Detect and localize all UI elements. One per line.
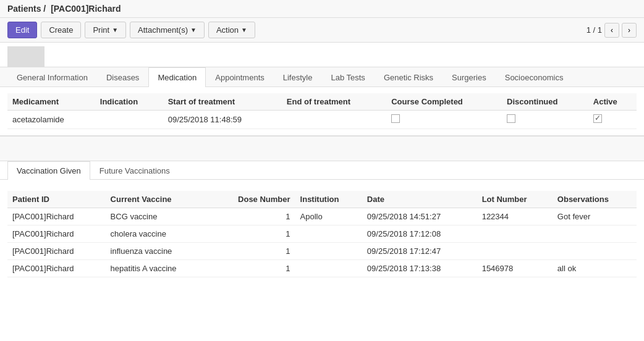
checkbox-display bbox=[507, 114, 515, 123]
prev-page-button[interactable]: ‹ bbox=[604, 23, 619, 38]
vaccination-table-header-row: Patient ID Current Vaccine Dose Number I… bbox=[7, 191, 637, 208]
cell-text: 09/25/2018 17:12:08 bbox=[362, 225, 477, 243]
tab-general-information[interactable]: General Information bbox=[7, 67, 97, 87]
breadcrumb-patient: [PAC001]Richard bbox=[51, 4, 121, 14]
print-arrow-icon: ▼ bbox=[112, 27, 118, 33]
checkbox-display bbox=[391, 114, 400, 123]
tab-socioeconomics[interactable]: Socioeconomics bbox=[496, 67, 573, 87]
edit-button[interactable]: Edit bbox=[7, 22, 37, 38]
cell-text: 1 bbox=[210, 260, 295, 277]
tab-lab-tests[interactable]: Lab Tests bbox=[321, 67, 374, 87]
tab-appointments[interactable]: Appointments bbox=[206, 67, 274, 87]
cell-text: 09/25/2018 17:12:47 bbox=[362, 243, 477, 260]
tab-medication[interactable]: Medication bbox=[148, 67, 206, 87]
table-row: acetazolamide09/25/2018 11:48:59 bbox=[7, 111, 637, 129]
cell-text bbox=[553, 225, 637, 243]
sub-tab-vaccination-given[interactable]: Vaccination Given bbox=[7, 161, 90, 180]
tab-lifestyle[interactable]: Lifestyle bbox=[274, 67, 322, 87]
cell-text: influenza vaccine bbox=[106, 243, 210, 260]
col-patient-id: Patient ID bbox=[7, 191, 106, 208]
cell-text: acetazolamide bbox=[7, 111, 95, 129]
cell-text: 1 bbox=[210, 225, 295, 243]
col-medicament: Medicament bbox=[7, 93, 95, 111]
avatar bbox=[7, 46, 44, 67]
tab-genetic-risks[interactable]: Genetic Risks bbox=[375, 67, 443, 87]
attachments-label: Attachment(s) bbox=[138, 25, 188, 35]
top-bar: Patients / [PAC001]Richard bbox=[0, 0, 644, 18]
cell-text bbox=[477, 243, 553, 260]
cell-text bbox=[477, 225, 553, 243]
tabs-nav: General Information Diseases Medication … bbox=[0, 67, 644, 87]
tab-diseases[interactable]: Diseases bbox=[97, 67, 148, 87]
sub-tab-future-vaccinations[interactable]: Future Vaccinations bbox=[90, 161, 179, 180]
table-row: [PAC001]Richardhepatitis A vaccine109/25… bbox=[7, 260, 637, 277]
cell-text: 122344 bbox=[477, 208, 553, 225]
cell-text: [PAC001]Richard bbox=[7, 243, 106, 260]
cell-text: 1 bbox=[210, 243, 295, 260]
cell-text: BCG vaccine bbox=[106, 208, 210, 225]
cell-text: 09/25/2018 17:13:38 bbox=[362, 260, 477, 277]
cell-text: 1 bbox=[210, 208, 295, 225]
cell-text: all ok bbox=[553, 260, 637, 277]
print-label: Print bbox=[93, 25, 109, 35]
col-observations: Observations bbox=[553, 191, 637, 208]
col-institution: Institution bbox=[295, 191, 362, 208]
medication-table: Medicament Indication Start of treatment… bbox=[7, 93, 637, 129]
col-active: Active bbox=[588, 93, 637, 111]
cell-text bbox=[295, 225, 362, 243]
col-lot-number: Lot Number bbox=[477, 191, 553, 208]
medication-section: Medicament Indication Start of treatment… bbox=[0, 87, 644, 137]
cell-text: [PAC001]Richard bbox=[7, 208, 106, 225]
attachments-arrow-icon: ▼ bbox=[190, 27, 197, 33]
action-label: Action bbox=[216, 25, 239, 35]
cell-text: [PAC001]Richard bbox=[7, 260, 106, 277]
avatar-area bbox=[0, 43, 644, 67]
col-indication: Indication bbox=[95, 93, 163, 111]
action-bar: Edit Create Print ▼ Attachment(s) ▼ Acti… bbox=[0, 18, 644, 43]
action-arrow-icon: ▼ bbox=[241, 27, 247, 33]
vaccination-table: Patient ID Current Vaccine Dose Number I… bbox=[7, 191, 637, 277]
sub-tabs-nav: Vaccination Given Future Vaccinations bbox=[0, 161, 644, 180]
cell-text: Apollo bbox=[295, 208, 362, 225]
vaccination-section: Patient ID Current Vaccine Dose Number I… bbox=[0, 185, 644, 284]
create-button[interactable]: Create bbox=[41, 22, 81, 38]
cell-text: hepatitis A vaccine bbox=[106, 260, 210, 277]
cell-text: 09/25/2018 11:48:59 bbox=[163, 111, 282, 129]
col-course-completed: Course Completed bbox=[386, 93, 502, 111]
col-start-of-treatment: Start of treatment bbox=[163, 93, 282, 111]
cell-text: 09/25/2018 14:51:27 bbox=[362, 208, 477, 225]
pagination-text: 1 / 1 bbox=[587, 25, 602, 35]
table-row: [PAC001]Richardcholera vaccine109/25/201… bbox=[7, 225, 637, 243]
table-row: [PAC001]Richardinfluenza vaccine109/25/2… bbox=[7, 243, 637, 260]
cell-text: 1546978 bbox=[477, 260, 553, 277]
col-discontinued: Discontinued bbox=[502, 93, 588, 111]
cell-text bbox=[282, 111, 386, 129]
table-row: [PAC001]RichardBCG vaccine1Apollo09/25/2… bbox=[7, 208, 637, 225]
col-dose-number: Dose Number bbox=[210, 191, 295, 208]
cell-text bbox=[95, 111, 163, 129]
cell-text bbox=[295, 243, 362, 260]
action-button[interactable]: Action ▼ bbox=[208, 22, 255, 38]
print-button[interactable]: Print ▼ bbox=[85, 22, 126, 38]
cell-text bbox=[295, 260, 362, 277]
breadcrumb-prefix: Patients / bbox=[7, 4, 46, 14]
pagination: 1 / 1 ‹ › bbox=[587, 23, 637, 38]
empty-space bbox=[0, 137, 644, 161]
col-current-vaccine: Current Vaccine bbox=[106, 191, 210, 208]
cell-text bbox=[553, 243, 637, 260]
next-page-button[interactable]: › bbox=[622, 23, 637, 38]
breadcrumb: Patients / [PAC001]Richard bbox=[7, 4, 121, 14]
medication-table-header-row: Medicament Indication Start of treatment… bbox=[7, 93, 637, 111]
col-end-of-treatment: End of treatment bbox=[282, 93, 386, 111]
cell-text: [PAC001]Richard bbox=[7, 225, 106, 243]
tab-surgeries[interactable]: Surgeries bbox=[443, 67, 496, 87]
checkbox-display bbox=[593, 114, 602, 123]
attachments-button[interactable]: Attachment(s) ▼ bbox=[130, 22, 205, 38]
col-date: Date bbox=[362, 191, 477, 208]
cell-text: cholera vaccine bbox=[106, 225, 210, 243]
cell-text: Got fever bbox=[553, 208, 637, 225]
